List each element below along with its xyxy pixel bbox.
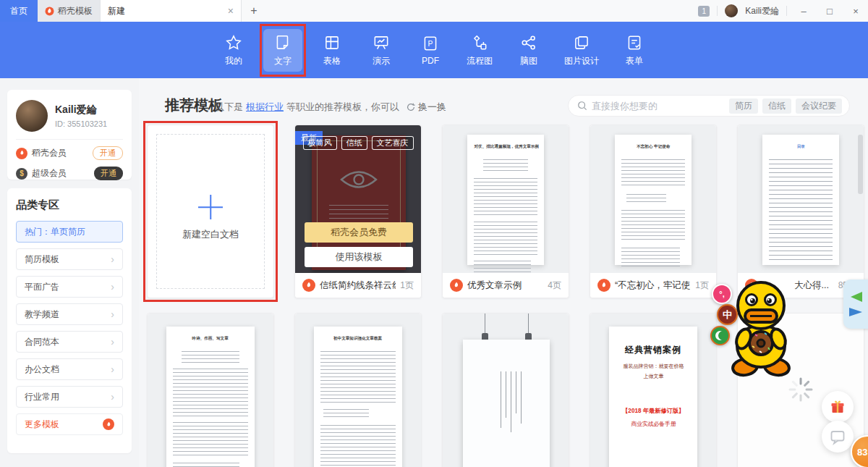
promo-donut-icon[interactable]: °, — [712, 284, 732, 304]
template-card-study-notes[interactable]: 目录 大心得... 85页 — [737, 125, 864, 298]
toolbar-item-writer[interactable]: 文字 — [263, 29, 302, 72]
category-label: 简历模板 — [25, 253, 59, 266]
tag-letterhead[interactable]: 信纸 — [341, 136, 367, 150]
zhong-glyph: 中 — [723, 308, 732, 321]
category-label: 办公文档 — [25, 363, 59, 376]
template-card-marketing-case[interactable]: 经典营销案例 服装品牌营销：就要在价格 上做文章 【2018 年最新修订版】 商… — [590, 313, 717, 467]
search-tag-letterhead[interactable]: 信纸 — [762, 98, 791, 114]
toolbar-item-spreadsheet[interactable]: 表格 — [312, 29, 352, 72]
industry-link[interactable]: 根据行业 — [246, 101, 284, 114]
new-blank-document-card[interactable]: 新建空白文档 — [147, 125, 274, 298]
green-arrow-icon — [848, 290, 864, 303]
tab-new-document[interactable]: 新建 × — [100, 0, 242, 22]
category-contracts[interactable]: 合同范本› — [16, 331, 123, 353]
divider — [786, 6, 787, 16]
docer-member-icon — [16, 148, 27, 159]
toolbar-item-pdf[interactable]: P PDF — [411, 30, 450, 70]
toolbar-item-mine[interactable]: 我的 — [214, 29, 253, 72]
refresh-icon — [407, 103, 415, 112]
vip-free-button[interactable]: 稻壳会员免费 — [305, 222, 413, 243]
category-label: 热门：单页简历 — [25, 226, 85, 238]
membership-label: 超级会员 — [32, 167, 90, 180]
titlebar-username[interactable]: Kaili爱綸 — [745, 5, 779, 17]
template-preview: 最新 极简风 信纸 文艺喜庆 稻壳会员免费 使用该模板 — [295, 125, 421, 273]
toolbar-item-image-design[interactable]: 图片设计 — [558, 29, 605, 72]
duck-mascot[interactable] — [725, 279, 797, 381]
vertical-text-lines — [501, 371, 522, 432]
chevron-right-icon: › — [111, 308, 114, 320]
template-preview: 吟诗、作画、写文章 — [148, 314, 273, 467]
tag-minimal[interactable]: 极简风 — [303, 136, 337, 150]
table-icon — [323, 33, 341, 52]
template-card-ink-poster[interactable] — [442, 313, 569, 467]
template-card-lesson-plan[interactable]: 初中文章知识强化文章教案 — [294, 313, 422, 467]
flowchart-icon — [470, 33, 489, 52]
template-card-letterhead[interactable]: 最新 极简风 信纸 文艺喜庆 稻壳会员免费 使用该模板 信纸简约线条祥云红...… — [294, 125, 422, 298]
chevron-right-icon: › — [111, 391, 114, 403]
search-tag-resume[interactable]: 简历 — [729, 98, 758, 114]
search-input[interactable] — [592, 101, 725, 112]
mindmap-icon — [519, 33, 538, 52]
category-label: 平面广告 — [25, 281, 59, 293]
message-count-badge[interactable]: 1 — [698, 6, 710, 17]
refresh-button[interactable]: 换一换 — [407, 101, 446, 114]
blue-arrow-icon — [848, 306, 864, 318]
sidebar: Kaili爱綸 ID: 355103231 稻壳会员 开通 $ 超级会员 开通 … — [0, 78, 139, 467]
gift-button[interactable] — [822, 391, 854, 423]
main-content: 推荐模板 以下是 根据行业 等职业的推荐模板，你可以 换一换 简历 信纸 会议纪… — [139, 78, 868, 467]
toolbar-item-form[interactable]: 表单 — [615, 29, 654, 72]
category-industry-common[interactable]: 行业常用› — [16, 386, 123, 408]
share-widget[interactable] — [843, 279, 868, 329]
activate-docer-button[interactable]: 开通 — [93, 146, 123, 160]
template-card-essay-sample[interactable]: 对仗、排比通篇频现，优秀文章示例 优秀文章示例 4页 — [442, 125, 569, 298]
category-graphic-ads[interactable]: 平面广告› — [16, 276, 123, 298]
toolbar-label: 表格 — [323, 55, 341, 67]
template-name: 优秀文章示例 — [467, 279, 543, 292]
chevron-right-icon: › — [111, 253, 114, 265]
template-name: “不忘初心，牢记使... — [615, 279, 691, 292]
new-tab-button[interactable]: + — [242, 0, 266, 22]
activate-super-button[interactable]: 开通 — [94, 167, 123, 180]
toolbar-label: 流程图 — [467, 55, 493, 67]
toolbar-item-flowchart[interactable]: 流程图 — [460, 29, 499, 72]
titlebar-avatar[interactable] — [725, 4, 738, 17]
tab-home[interactable]: 首页 — [0, 0, 38, 22]
user-avatar[interactable] — [16, 100, 48, 132]
category-office-docs[interactable]: 办公文档› — [16, 358, 123, 380]
document-icon — [273, 33, 292, 52]
subtitle-suffix: 等职业的推荐模板，你可以 — [286, 101, 399, 114]
promo-zhong-icon[interactable]: 中 — [717, 304, 738, 325]
minimize-button[interactable]: – — [794, 6, 813, 17]
membership-row-docer[interactable]: 稻壳会员 开通 — [16, 146, 123, 160]
template-card-original-aspiration[interactable]: 不忘初心 牢记使命 “不忘初心，牢记使... 1页 — [590, 125, 717, 298]
category-teaching[interactable]: 教学频道› — [16, 303, 123, 325]
tab-docer-templates[interactable]: 稻壳模板 — [38, 0, 100, 22]
membership-row-super[interactable]: $ 超级会员 开通 — [16, 167, 123, 180]
close-button[interactable]: × — [846, 6, 865, 17]
restore-button[interactable]: □ — [820, 6, 839, 17]
tab-close-icon[interactable]: × — [228, 5, 234, 17]
category-resume-templates[interactable]: 简历模板› — [16, 248, 123, 270]
category-more-templates[interactable]: 更多模板 — [16, 413, 123, 435]
template-preview: 不忘初心 牢记使命 — [590, 125, 716, 273]
template-tags: 极简风 信纸 文艺喜庆 — [295, 136, 421, 150]
pdf-icon: P — [421, 34, 440, 53]
feedback-chat-button[interactable] — [822, 421, 854, 453]
category-hot-resume[interactable]: 热门：单页简历 — [16, 221, 123, 243]
toolbar-item-mindmap[interactable]: 脑图 — [509, 29, 548, 72]
search-tag-minutes[interactable]: 会议纪要 — [796, 98, 842, 114]
use-template-button[interactable]: 使用该模板 — [305, 247, 413, 267]
template-card-poetry-essay[interactable]: 吟诗、作画、写文章 — [147, 313, 274, 467]
doc-subtitle: 服装品牌营销：就要在价格 — [611, 363, 695, 370]
chevron-right-icon: › — [111, 363, 114, 375]
scrollbar-thumb[interactable] — [858, 135, 863, 194]
page-count: 1页 — [695, 279, 709, 292]
toolbar-item-presentation[interactable]: 演示 — [362, 29, 401, 72]
doc-handbook-line: 商业实战必备手册 — [613, 421, 694, 429]
template-name: 大心得... — [794, 279, 834, 292]
search-bar[interactable]: 简历 信纸 会议纪要 — [568, 95, 850, 117]
tag-festive[interactable]: 文艺喜庆 — [372, 136, 414, 150]
user-id: ID: 355103231 — [55, 119, 107, 128]
category-panel: 品类专区 热门：单页简历 简历模板› 平面广告› 教学频道› 合同范本› 办公文… — [7, 188, 132, 453]
promo-moon-icon[interactable] — [710, 326, 730, 345]
